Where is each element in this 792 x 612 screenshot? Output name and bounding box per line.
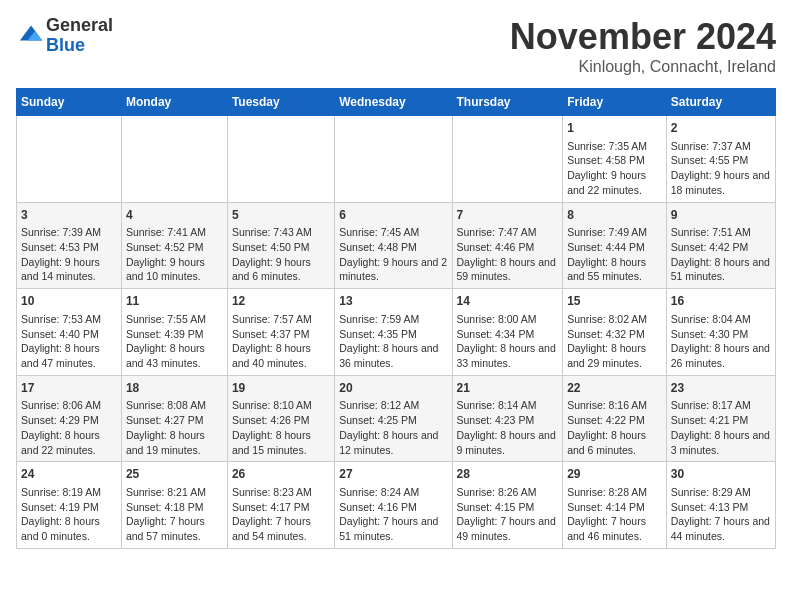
day-info: Sunrise: 8:16 AM Sunset: 4:22 PM Dayligh…	[567, 398, 662, 457]
weekday-header-saturday: Saturday	[666, 89, 775, 116]
day-info: Sunrise: 7:59 AM Sunset: 4:35 PM Dayligh…	[339, 312, 447, 371]
day-number: 29	[567, 466, 662, 483]
day-info: Sunrise: 7:51 AM Sunset: 4:42 PM Dayligh…	[671, 225, 771, 284]
calendar-body: 1Sunrise: 7:35 AM Sunset: 4:58 PM Daylig…	[17, 116, 776, 549]
calendar-cell: 17Sunrise: 8:06 AM Sunset: 4:29 PM Dayli…	[17, 375, 122, 462]
day-info: Sunrise: 7:39 AM Sunset: 4:53 PM Dayligh…	[21, 225, 117, 284]
day-info: Sunrise: 7:47 AM Sunset: 4:46 PM Dayligh…	[457, 225, 559, 284]
week-row-3: 10Sunrise: 7:53 AM Sunset: 4:40 PM Dayli…	[17, 289, 776, 376]
day-number: 15	[567, 293, 662, 310]
calendar-cell: 5Sunrise: 7:43 AM Sunset: 4:50 PM Daylig…	[227, 202, 334, 289]
day-number: 14	[457, 293, 559, 310]
day-number: 18	[126, 380, 223, 397]
calendar-cell: 12Sunrise: 7:57 AM Sunset: 4:37 PM Dayli…	[227, 289, 334, 376]
calendar-cell: 11Sunrise: 7:55 AM Sunset: 4:39 PM Dayli…	[121, 289, 227, 376]
day-info: Sunrise: 8:23 AM Sunset: 4:17 PM Dayligh…	[232, 485, 330, 544]
calendar-cell: 3Sunrise: 7:39 AM Sunset: 4:53 PM Daylig…	[17, 202, 122, 289]
day-number: 22	[567, 380, 662, 397]
day-info: Sunrise: 8:02 AM Sunset: 4:32 PM Dayligh…	[567, 312, 662, 371]
weekday-header-friday: Friday	[563, 89, 667, 116]
day-number: 30	[671, 466, 771, 483]
day-info: Sunrise: 8:21 AM Sunset: 4:18 PM Dayligh…	[126, 485, 223, 544]
week-row-1: 1Sunrise: 7:35 AM Sunset: 4:58 PM Daylig…	[17, 116, 776, 203]
weekday-header-sunday: Sunday	[17, 89, 122, 116]
calendar-cell: 29Sunrise: 8:28 AM Sunset: 4:14 PM Dayli…	[563, 462, 667, 549]
calendar-cell: 26Sunrise: 8:23 AM Sunset: 4:17 PM Dayli…	[227, 462, 334, 549]
day-number: 17	[21, 380, 117, 397]
day-number: 26	[232, 466, 330, 483]
calendar-cell: 15Sunrise: 8:02 AM Sunset: 4:32 PM Dayli…	[563, 289, 667, 376]
calendar-cell: 4Sunrise: 7:41 AM Sunset: 4:52 PM Daylig…	[121, 202, 227, 289]
day-info: Sunrise: 8:24 AM Sunset: 4:16 PM Dayligh…	[339, 485, 447, 544]
day-info: Sunrise: 8:14 AM Sunset: 4:23 PM Dayligh…	[457, 398, 559, 457]
day-info: Sunrise: 7:41 AM Sunset: 4:52 PM Dayligh…	[126, 225, 223, 284]
calendar-subtitle: Kinlough, Connacht, Ireland	[510, 58, 776, 76]
day-number: 6	[339, 207, 447, 224]
day-info: Sunrise: 8:04 AM Sunset: 4:30 PM Dayligh…	[671, 312, 771, 371]
day-info: Sunrise: 8:10 AM Sunset: 4:26 PM Dayligh…	[232, 398, 330, 457]
calendar-cell: 7Sunrise: 7:47 AM Sunset: 4:46 PM Daylig…	[452, 202, 563, 289]
day-info: Sunrise: 8:28 AM Sunset: 4:14 PM Dayligh…	[567, 485, 662, 544]
day-number: 24	[21, 466, 117, 483]
day-info: Sunrise: 8:06 AM Sunset: 4:29 PM Dayligh…	[21, 398, 117, 457]
day-number: 19	[232, 380, 330, 397]
day-info: Sunrise: 7:37 AM Sunset: 4:55 PM Dayligh…	[671, 139, 771, 198]
calendar-cell: 28Sunrise: 8:26 AM Sunset: 4:15 PM Dayli…	[452, 462, 563, 549]
calendar-cell: 18Sunrise: 8:08 AM Sunset: 4:27 PM Dayli…	[121, 375, 227, 462]
day-info: Sunrise: 7:49 AM Sunset: 4:44 PM Dayligh…	[567, 225, 662, 284]
day-info: Sunrise: 8:00 AM Sunset: 4:34 PM Dayligh…	[457, 312, 559, 371]
calendar-cell: 23Sunrise: 8:17 AM Sunset: 4:21 PM Dayli…	[666, 375, 775, 462]
calendar-cell: 24Sunrise: 8:19 AM Sunset: 4:19 PM Dayli…	[17, 462, 122, 549]
day-number: 27	[339, 466, 447, 483]
day-number: 12	[232, 293, 330, 310]
calendar-cell: 21Sunrise: 8:14 AM Sunset: 4:23 PM Dayli…	[452, 375, 563, 462]
calendar-cell	[121, 116, 227, 203]
day-number: 4	[126, 207, 223, 224]
calendar-cell: 20Sunrise: 8:12 AM Sunset: 4:25 PM Dayli…	[335, 375, 452, 462]
day-number: 7	[457, 207, 559, 224]
day-number: 3	[21, 207, 117, 224]
day-info: Sunrise: 7:55 AM Sunset: 4:39 PM Dayligh…	[126, 312, 223, 371]
calendar-cell: 27Sunrise: 8:24 AM Sunset: 4:16 PM Dayli…	[335, 462, 452, 549]
title-area: November 2024 Kinlough, Connacht, Irelan…	[510, 16, 776, 76]
day-info: Sunrise: 7:57 AM Sunset: 4:37 PM Dayligh…	[232, 312, 330, 371]
logo-blue-text: Blue	[46, 35, 85, 55]
weekday-header-row: SundayMondayTuesdayWednesdayThursdayFrid…	[17, 89, 776, 116]
day-info: Sunrise: 8:12 AM Sunset: 4:25 PM Dayligh…	[339, 398, 447, 457]
day-number: 13	[339, 293, 447, 310]
day-info: Sunrise: 8:19 AM Sunset: 4:19 PM Dayligh…	[21, 485, 117, 544]
calendar-cell: 10Sunrise: 7:53 AM Sunset: 4:40 PM Dayli…	[17, 289, 122, 376]
calendar-cell: 2Sunrise: 7:37 AM Sunset: 4:55 PM Daylig…	[666, 116, 775, 203]
day-number: 8	[567, 207, 662, 224]
week-row-5: 24Sunrise: 8:19 AM Sunset: 4:19 PM Dayli…	[17, 462, 776, 549]
day-info: Sunrise: 7:43 AM Sunset: 4:50 PM Dayligh…	[232, 225, 330, 284]
day-number: 23	[671, 380, 771, 397]
day-number: 16	[671, 293, 771, 310]
calendar-cell: 22Sunrise: 8:16 AM Sunset: 4:22 PM Dayli…	[563, 375, 667, 462]
calendar-cell	[335, 116, 452, 203]
calendar-title: November 2024	[510, 16, 776, 58]
day-number: 2	[671, 120, 771, 137]
day-number: 9	[671, 207, 771, 224]
weekday-header-monday: Monday	[121, 89, 227, 116]
calendar-cell: 13Sunrise: 7:59 AM Sunset: 4:35 PM Dayli…	[335, 289, 452, 376]
day-number: 20	[339, 380, 447, 397]
calendar-cell: 16Sunrise: 8:04 AM Sunset: 4:30 PM Dayli…	[666, 289, 775, 376]
day-number: 28	[457, 466, 559, 483]
week-row-4: 17Sunrise: 8:06 AM Sunset: 4:29 PM Dayli…	[17, 375, 776, 462]
calendar-cell	[452, 116, 563, 203]
day-number: 21	[457, 380, 559, 397]
calendar-cell: 14Sunrise: 8:00 AM Sunset: 4:34 PM Dayli…	[452, 289, 563, 376]
day-info: Sunrise: 8:17 AM Sunset: 4:21 PM Dayligh…	[671, 398, 771, 457]
day-info: Sunrise: 8:08 AM Sunset: 4:27 PM Dayligh…	[126, 398, 223, 457]
day-number: 11	[126, 293, 223, 310]
calendar-cell: 1Sunrise: 7:35 AM Sunset: 4:58 PM Daylig…	[563, 116, 667, 203]
day-number: 5	[232, 207, 330, 224]
header: General Blue November 2024 Kinlough, Con…	[16, 16, 776, 76]
week-row-2: 3Sunrise: 7:39 AM Sunset: 4:53 PM Daylig…	[17, 202, 776, 289]
day-info: Sunrise: 7:45 AM Sunset: 4:48 PM Dayligh…	[339, 225, 447, 284]
calendar-table: SundayMondayTuesdayWednesdayThursdayFrid…	[16, 88, 776, 549]
weekday-header-wednesday: Wednesday	[335, 89, 452, 116]
calendar-cell: 8Sunrise: 7:49 AM Sunset: 4:44 PM Daylig…	[563, 202, 667, 289]
logo: General Blue	[16, 16, 113, 56]
